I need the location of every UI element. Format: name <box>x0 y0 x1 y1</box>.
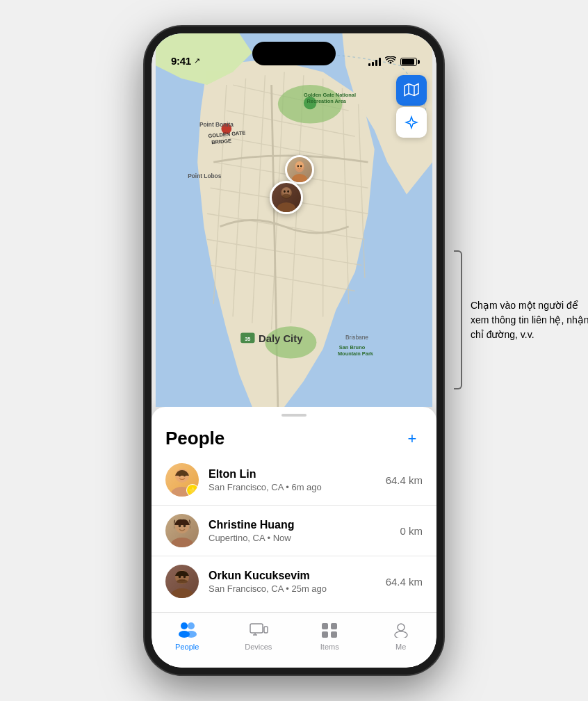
svg-rect-70 <box>322 623 328 629</box>
person-avatar-orkun <box>165 565 199 598</box>
person-avatar-elton: ⭐ <box>165 463 199 497</box>
svg-rect-66 <box>250 624 263 633</box>
tab-label-people: People <box>175 643 199 651</box>
annotation-bracket <box>448 250 462 389</box>
annotation-text: Chạm vào một người để xem thông tin liên… <box>471 298 588 342</box>
svg-text:Recreation Area: Recreation Area <box>307 98 347 104</box>
svg-text:Brisbane: Brisbane <box>345 334 368 341</box>
person-distance-orkun: 64.4 km <box>386 576 423 588</box>
person-name-christine: Christine Huang <box>209 519 400 531</box>
map-svg: 35 Point Bonita GOLDEN GATE BRIDGE Golde… <box>152 33 436 407</box>
person-avatar-face-2 <box>272 181 301 214</box>
svg-text:Golden Gate National: Golden Gate National <box>304 92 356 98</box>
tab-devices[interactable]: Devices <box>223 618 295 654</box>
svg-rect-67 <box>264 627 268 633</box>
svg-point-61 <box>177 579 188 583</box>
person-item-elton[interactable]: ⭐ Elton Lin San Francisco, CA • 6m ago <box>152 455 436 506</box>
svg-point-40 <box>295 161 304 170</box>
svg-text:Point Bonita: Point Bonita <box>199 121 234 128</box>
person-item-christine[interactable]: Christine Huang Cupertino, CA • Now 0 km <box>152 506 436 556</box>
person-location-orkun: San Francisco, CA • 25m ago <box>209 583 386 594</box>
location-arrow-icon: ↗ <box>194 56 200 65</box>
battery-icon <box>400 58 417 66</box>
svg-point-65 <box>186 631 197 638</box>
signal-icon <box>368 58 381 66</box>
bottom-sheet: People + <box>152 407 436 612</box>
svg-point-62 <box>181 622 188 629</box>
person-info-christine: Christine Huang Cupertino, CA • Now <box>209 519 400 543</box>
svg-point-46 <box>287 191 289 193</box>
tab-people[interactable]: People <box>152 618 223 654</box>
items-tab-icon <box>320 621 339 640</box>
svg-point-75 <box>395 631 407 638</box>
people-list: ⭐ Elton Lin San Francisco, CA • 6m ago <box>152 455 436 612</box>
tab-label-me: Me <box>395 643 406 651</box>
map-area: 35 Point Bonita GOLDEN GATE BRIDGE Golde… <box>152 33 436 407</box>
favorite-star-badge: ⭐ <box>186 484 199 497</box>
map-controls <box>396 75 427 138</box>
tab-label-items: Items <box>320 643 339 651</box>
annotation-container: Chạm vào một người để xem thông tin liên… <box>471 250 588 389</box>
tab-items[interactable]: Items <box>294 618 366 654</box>
person-pin-2[interactable] <box>270 181 303 214</box>
devices-tab-icon <box>249 621 268 640</box>
person-info-elton: Elton Lin San Francisco, CA • 6m ago <box>209 468 386 492</box>
svg-text:35: 35 <box>245 336 250 342</box>
svg-rect-71 <box>331 623 337 629</box>
svg-point-56 <box>171 538 193 547</box>
status-icons <box>368 56 417 67</box>
tab-label-devices: Devices <box>245 643 272 651</box>
person-avatar-face-1 <box>287 155 312 184</box>
add-person-button[interactable]: + <box>402 428 423 449</box>
svg-point-74 <box>398 624 405 631</box>
tab-me[interactable]: Me <box>366 618 437 654</box>
phone-frame: 9:41 ↗ <box>145 26 443 675</box>
person-info-orkun: Orkun Kucuksevim San Francisco, CA • 25m… <box>209 570 386 594</box>
tab-bar: People Devices <box>152 612 436 668</box>
dynamic-island <box>252 42 336 65</box>
location-button[interactable] <box>396 107 427 138</box>
me-tab-icon <box>391 621 411 640</box>
person-item-orkun[interactable]: Orkun Kucuksevim San Francisco, CA • 25m… <box>152 556 436 606</box>
person-pin-1[interactable] <box>285 155 314 184</box>
person-location-christine: Cupertino, CA • Now <box>209 533 400 543</box>
svg-point-45 <box>284 191 286 193</box>
map-type-button[interactable] <box>396 75 427 106</box>
person-distance-christine: 0 km <box>400 525 423 537</box>
status-time: 9:41 <box>171 55 191 67</box>
people-header: People + <box>152 417 436 455</box>
person-avatar-christine <box>165 514 199 547</box>
svg-point-41 <box>297 165 300 167</box>
svg-point-47 <box>277 202 295 214</box>
svg-point-48 <box>282 194 291 199</box>
svg-rect-73 <box>331 631 337 638</box>
person-name-elton: Elton Lin <box>209 468 386 481</box>
wifi-icon <box>385 56 396 67</box>
people-section-title: People <box>165 428 224 449</box>
svg-point-42 <box>300 165 302 167</box>
svg-text:Daly City: Daly City <box>259 333 303 344</box>
svg-point-64 <box>188 622 195 629</box>
svg-text:Mountain Park: Mountain Park <box>338 350 374 357</box>
person-distance-elton: 64.4 km <box>386 474 423 486</box>
people-tab-icon <box>177 621 197 640</box>
svg-text:Point Lobos: Point Lobos <box>188 172 221 179</box>
svg-rect-72 <box>322 631 328 638</box>
svg-point-60 <box>171 588 193 598</box>
person-name-orkun: Orkun Kucuksevim <box>209 570 386 582</box>
person-location-elton: San Francisco, CA • 6m ago <box>209 482 386 492</box>
svg-text:San Bruno: San Bruno <box>339 344 366 350</box>
